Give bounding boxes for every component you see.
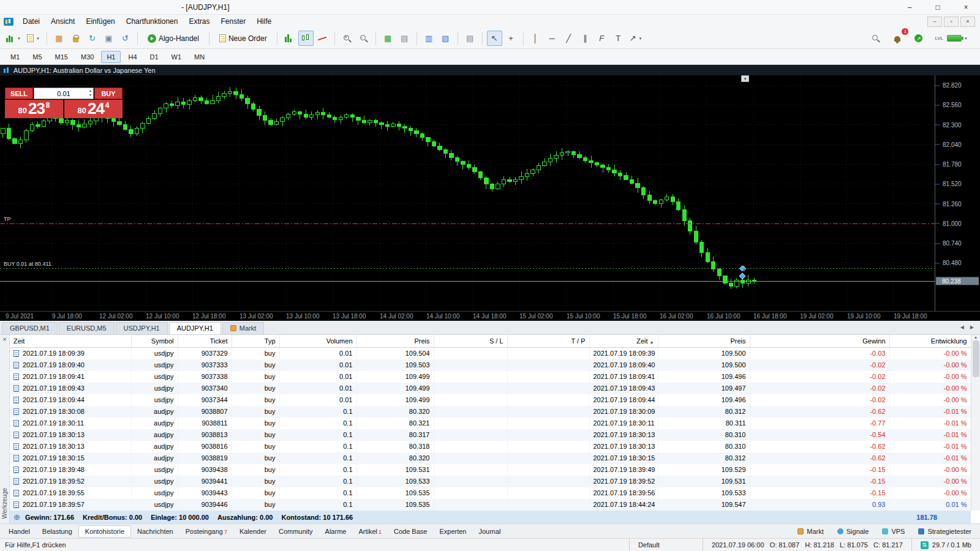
scrollbar-thumb[interactable] — [973, 340, 979, 377]
chart-tab-eurusd-m5[interactable]: EURUSD,M5 — [59, 322, 115, 334]
candle-chart-button[interactable] — [298, 31, 314, 46]
zoom-out-button[interactable]: - — [356, 31, 371, 46]
column-header-preis9[interactable]: Preis — [658, 335, 750, 348]
history-row[interactable]: 2021.07.19 18:30:08audjpy9038807buy0.180… — [10, 406, 971, 418]
column-header-t-p7[interactable]: T / P — [507, 335, 589, 348]
column-header-typ3[interactable]: Typ — [232, 335, 279, 348]
timeframe-m5[interactable]: M5 — [27, 51, 47, 63]
timeframe-w1[interactable]: W1 — [166, 51, 187, 63]
chart-tab-usdjpy-h1[interactable]: USDJPY,H1 — [116, 322, 168, 334]
new-chart-button[interactable]: ▼ — [4, 31, 23, 46]
trendline-button[interactable]: ╱ — [561, 31, 576, 46]
history-row[interactable]: 2021.07.19 18:30:13audjpy9038816buy0.180… — [10, 441, 971, 452]
column-header-symbol1[interactable]: Symbol — [131, 335, 178, 348]
line-chart-button[interactable] — [315, 31, 330, 46]
horizontal-line-button[interactable]: ─ — [545, 31, 560, 46]
timeframe-m1[interactable]: M1 — [5, 51, 25, 63]
market-watch-button[interactable]: ▦ — [51, 31, 67, 46]
menu-fenster[interactable]: Fenster — [216, 15, 252, 28]
sync-button[interactable]: ↺ — [118, 31, 133, 46]
tab-code-base[interactable]: Code Base — [388, 525, 433, 538]
tab-posteingang[interactable]: Posteingang7 — [179, 525, 233, 538]
bar-chart-button[interactable] — [282, 31, 297, 46]
menu-datei[interactable]: Datei — [17, 15, 45, 28]
tabs-scroll-left-button[interactable]: ◀ — [960, 324, 964, 330]
chart-tab-gbpusd-m1[interactable]: GBPUSD,M1 — [2, 322, 58, 334]
depth-of-market-button[interactable]: ▤ — [462, 31, 478, 46]
search-button[interactable] — [868, 31, 883, 46]
account-level-indicator[interactable]: LVL ▼ — [932, 31, 970, 46]
history-row[interactable]: 2021.07.19 18:09:41usdjpy9037338buy0.011… — [10, 371, 971, 383]
menu-extras[interactable]: Extras — [183, 15, 215, 28]
column-header-ticket2[interactable]: Ticket — [178, 335, 232, 348]
tab-vps[interactable]: VPS — [876, 525, 911, 538]
volume-up-button[interactable]: ▲ — [89, 89, 92, 93]
tab-kalender[interactable]: Kalender — [233, 525, 273, 538]
column-header-volumen4[interactable]: Volumen — [279, 335, 356, 348]
volume-input[interactable]: 0.01 ▲ ▼ — [34, 88, 94, 99]
text-tool-button[interactable]: T — [611, 31, 626, 46]
scrollbar-up-icon[interactable]: ▲ — [974, 335, 978, 339]
chart-tab-audjpy-h1[interactable]: AUDJPY,H1 — [169, 322, 221, 334]
column-header-zeit0[interactable]: Zeit — [10, 335, 131, 348]
chart-plot-area[interactable]: TPBUY 0.01 at 80.411 ▼ SELL 0.01 ▲ ▼ BUY — [0, 75, 935, 311]
chart-restore-button[interactable]: ▫ — [944, 17, 959, 27]
cursor-button[interactable]: ↖ — [487, 31, 502, 46]
channel-button[interactable]: ∥ — [578, 31, 593, 46]
algo-trading-button[interactable]: Algo-Handel — [142, 31, 205, 46]
column-header-entwicklung11[interactable]: Entwicklung — [889, 335, 971, 348]
fibonacci-button[interactable]: F — [594, 31, 609, 46]
tab-signale[interactable]: Signale — [831, 525, 875, 538]
close-button[interactable]: × — [952, 0, 980, 14]
profiles-button[interactable]: ▼ — [24, 31, 42, 46]
zoom-in-button[interactable]: + — [339, 31, 355, 46]
tile-windows-button[interactable]: ▥ — [421, 31, 437, 46]
column-header-s-l6[interactable]: S / L — [434, 335, 507, 348]
tab-nachrichten[interactable]: Nachrichten — [131, 525, 179, 538]
chart-minimize-button[interactable]: – — [927, 17, 942, 27]
menu-hilfe[interactable]: Hilfe — [251, 15, 277, 28]
menu-einf-gen[interactable]: Einfügen — [80, 15, 120, 28]
timeframe-d1[interactable]: D1 — [145, 51, 164, 63]
tab-strategietester[interactable]: Strategietester — [912, 525, 978, 538]
crosshair-button[interactable]: + — [503, 31, 519, 46]
indicators-button[interactable]: ▦ — [380, 31, 396, 46]
tab-markt[interactable]: Markt — [791, 525, 830, 538]
timeframe-m15[interactable]: M15 — [50, 51, 74, 63]
price-scale[interactable]: 82.82082.56082.30082.04081.78081.52081.2… — [935, 75, 980, 311]
tab-journal[interactable]: Journal — [472, 525, 507, 538]
toolbox-close-button[interactable]: × — [2, 335, 6, 343]
chart-shift-marker[interactable]: ▼ — [741, 75, 749, 82]
buy-button[interactable]: BUY — [94, 88, 123, 99]
history-row[interactable]: 2021.07.19 18:39:55usdjpy9039443buy0.110… — [10, 487, 971, 499]
history-row[interactable]: 2021.07.19 18:30:13audjpy9038813buy0.180… — [10, 429, 971, 441]
history-row[interactable]: 2021.07.19 18:09:44usdjpy9037344buy0.011… — [10, 394, 971, 406]
table-scrollbar[interactable]: ▲ — [971, 335, 980, 511]
history-row[interactable]: 2021.07.19 18:09:39usdjpy9037329buy0.011… — [10, 348, 971, 360]
history-row[interactable]: 2021.07.19 18:09:40usdjpy9037333buy0.011… — [10, 359, 971, 371]
navigator-button[interactable]: ▣ — [101, 31, 116, 46]
history-row[interactable]: 2021.07.19 18:30:15audjpy9038819buy0.180… — [10, 452, 971, 464]
menu-ansicht[interactable]: Ansicht — [45, 15, 80, 28]
history-row[interactable]: 2021.07.19 18:39:48usdjpy9039438buy0.110… — [10, 464, 971, 476]
status-profile[interactable]: Default — [629, 539, 703, 551]
history-row[interactable]: 2021.07.19 18:30:11audjpy9038811buy0.180… — [10, 418, 971, 429]
column-header-gewinn10[interactable]: Gewinn — [750, 335, 889, 348]
history-row[interactable]: 2021.07.19 18:39:52usdjpy9039441buy0.110… — [10, 476, 971, 487]
minimize-button[interactable]: – — [895, 0, 924, 14]
tab-alarme[interactable]: Alarme — [319, 525, 353, 538]
timeframe-m30[interactable]: M30 — [75, 51, 99, 63]
buy-price-button[interactable]: 80 24 4 — [64, 100, 123, 118]
chart-tab-markt[interactable]: Markt — [222, 322, 265, 334]
maximize-button[interactable]: □ — [924, 0, 952, 14]
volume-down-button[interactable]: ▼ — [89, 93, 92, 97]
tab-belastung[interactable]: Belastung — [36, 525, 78, 538]
timeframe-mn[interactable]: MN — [189, 51, 210, 63]
timeframe-h1[interactable]: H1 — [101, 51, 121, 63]
tab-handel[interactable]: Handel — [2, 525, 36, 538]
time-axis[interactable]: 9 Jul 20219 Jul 18:0012 Jul 02:0012 Jul … — [0, 311, 980, 321]
new-order-button[interactable]: Neue Order — [214, 31, 273, 46]
chart-close-button[interactable]: × — [960, 17, 975, 27]
history-row[interactable]: 2021.07.19 18:09:43usdjpy9037340buy0.011… — [10, 383, 971, 394]
tab-experten[interactable]: Experten — [433, 525, 472, 538]
